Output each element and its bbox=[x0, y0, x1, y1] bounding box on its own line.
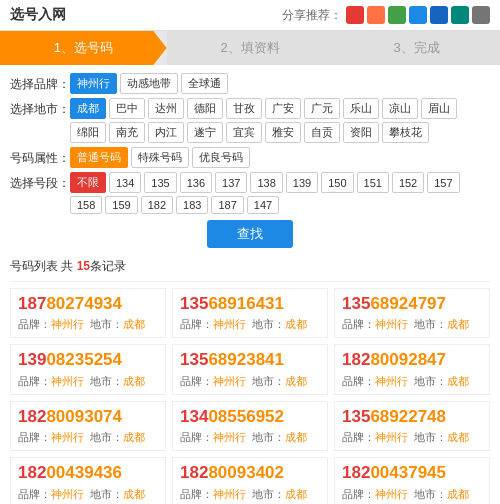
number-info: 品牌：神州行 地市：成都 bbox=[18, 430, 158, 445]
share-icon-weibo[interactable] bbox=[346, 6, 364, 24]
city-option[interactable]: 绵阳 bbox=[70, 122, 106, 143]
phone-number: 18280092847 bbox=[342, 350, 482, 370]
city-option[interactable]: 广安 bbox=[265, 98, 301, 119]
phone-number: 13908235254 bbox=[18, 350, 158, 370]
number-info: 品牌：神州行 地市：成都 bbox=[342, 430, 482, 445]
city-label: 选择地市： bbox=[10, 98, 70, 118]
tail-option[interactable]: 182 bbox=[141, 196, 173, 214]
header-title: 选号入网 bbox=[10, 6, 66, 24]
type-options: 普通号码特殊号码优良号码 bbox=[70, 147, 250, 168]
number-card[interactable]: 18200437945品牌：神州行 地市：成都 bbox=[334, 457, 490, 504]
tail-filter-row: 选择号段： 不限13413513613713813915015115215715… bbox=[10, 172, 490, 214]
tail-option[interactable]: 139 bbox=[286, 172, 318, 193]
type-option[interactable]: 优良号码 bbox=[192, 147, 250, 168]
number-info: 品牌：神州行 地市：成都 bbox=[342, 317, 482, 332]
number-card[interactable]: 13908235254品牌：神州行 地市：成都 bbox=[10, 344, 166, 394]
number-card[interactable]: 18280093074品牌：神州行 地市：成都 bbox=[10, 401, 166, 451]
tail-option[interactable]: 136 bbox=[180, 172, 212, 193]
type-label: 号码属性： bbox=[10, 147, 70, 167]
city-option[interactable]: 宜宾 bbox=[226, 122, 262, 143]
number-card[interactable]: 18780274934品牌：神州行 地市：成都 bbox=[10, 288, 166, 338]
step-2[interactable]: 2、填资料 bbox=[167, 31, 334, 65]
tail-label: 选择号段： bbox=[10, 172, 70, 192]
tail-option[interactable]: 138 bbox=[250, 172, 282, 193]
share-icon-douban[interactable] bbox=[451, 6, 469, 24]
number-card[interactable]: 13568922748品牌：神州行 地市：成都 bbox=[334, 401, 490, 451]
number-card[interactable]: 18280093402品牌：神州行 地市：成都 bbox=[172, 457, 328, 504]
type-filter-row: 号码属性： 普通号码特殊号码优良号码 bbox=[10, 147, 490, 168]
share-icon-qq[interactable] bbox=[367, 6, 385, 24]
main-content: 选择品牌： 神州行动感地带全球通 选择地市： 成都巴中达州德阳甘孜广安广元乐山凉… bbox=[0, 65, 500, 504]
tail-option[interactable]: 152 bbox=[392, 172, 424, 193]
city-option[interactable]: 攀枝花 bbox=[382, 122, 429, 143]
city-option[interactable]: 巴中 bbox=[109, 98, 145, 119]
number-info: 品牌：神州行 地市：成都 bbox=[18, 317, 158, 332]
header: 选号入网 分享推荐： bbox=[0, 0, 500, 31]
tail-option[interactable]: 134 bbox=[109, 172, 141, 193]
city-option[interactable]: 雅安 bbox=[265, 122, 301, 143]
type-option[interactable]: 普通号码 bbox=[70, 147, 128, 168]
city-option[interactable]: 甘孜 bbox=[226, 98, 262, 119]
tail-option[interactable]: 147 bbox=[247, 196, 279, 214]
result-header: 号码列表 共 15条记录 bbox=[10, 254, 490, 282]
phone-number: 18280093074 bbox=[18, 407, 158, 427]
number-card[interactable]: 18280092847品牌：神州行 地市：成都 bbox=[334, 344, 490, 394]
city-option[interactable]: 南充 bbox=[109, 122, 145, 143]
tail-option[interactable]: 187 bbox=[211, 196, 243, 214]
city-option[interactable]: 成都 bbox=[70, 98, 106, 119]
search-button[interactable]: 查找 bbox=[207, 220, 293, 248]
phone-number: 13568916431 bbox=[180, 294, 320, 314]
phone-number: 13568923841 bbox=[180, 350, 320, 370]
number-card[interactable]: 13568916431品牌：神州行 地市：成都 bbox=[172, 288, 328, 338]
number-info: 品牌：神州行 地市：成都 bbox=[18, 487, 158, 502]
phone-number: 18200439436 bbox=[18, 463, 158, 483]
number-info: 品牌：神州行 地市：成都 bbox=[342, 374, 482, 389]
tail-option[interactable]: 183 bbox=[176, 196, 208, 214]
city-option[interactable]: 自贡 bbox=[304, 122, 340, 143]
city-option[interactable]: 凉山 bbox=[382, 98, 418, 119]
city-option[interactable]: 达州 bbox=[148, 98, 184, 119]
step-3[interactable]: 3、完成 bbox=[333, 31, 500, 65]
phone-number: 18200437945 bbox=[342, 463, 482, 483]
city-filter-row: 选择地市： 成都巴中达州德阳甘孜广安广元乐山凉山眉山绵阳南充内江遂宁宜宾雅安自贡… bbox=[10, 98, 490, 143]
city-option[interactable]: 德阳 bbox=[187, 98, 223, 119]
number-info: 品牌：神州行 地市：成都 bbox=[18, 374, 158, 389]
number-card[interactable]: 13568924797品牌：神州行 地市：成都 bbox=[334, 288, 490, 338]
city-option[interactable]: 广元 bbox=[304, 98, 340, 119]
tail-option[interactable]: 159 bbox=[105, 196, 137, 214]
tail-option[interactable]: 137 bbox=[215, 172, 247, 193]
phone-number: 13568924797 bbox=[342, 294, 482, 314]
tail-option[interactable]: 不限 bbox=[70, 172, 106, 193]
share-icon-renren[interactable] bbox=[409, 6, 427, 24]
tail-option[interactable]: 150 bbox=[321, 172, 353, 193]
number-card[interactable]: 18200439436品牌：神州行 地市：成都 bbox=[10, 457, 166, 504]
city-options: 成都巴中达州德阳甘孜广安广元乐山凉山眉山绵阳南充内江遂宁宜宾雅安自贡资阳攀枝花 bbox=[70, 98, 490, 143]
step-1[interactable]: 1、选号码 bbox=[0, 31, 167, 65]
type-option[interactable]: 特殊号码 bbox=[131, 147, 189, 168]
share-icon-kaixin[interactable] bbox=[430, 6, 448, 24]
city-option[interactable]: 遂宁 bbox=[187, 122, 223, 143]
tail-option[interactable]: 151 bbox=[357, 172, 389, 193]
tail-option[interactable]: 158 bbox=[70, 196, 102, 214]
tail-option[interactable]: 157 bbox=[427, 172, 459, 193]
city-option[interactable]: 资阳 bbox=[343, 122, 379, 143]
brand-option[interactable]: 全球通 bbox=[181, 73, 228, 94]
tail-option[interactable]: 135 bbox=[144, 172, 176, 193]
number-info: 品牌：神州行 地市：成都 bbox=[180, 430, 320, 445]
share-icon-more[interactable] bbox=[472, 6, 490, 24]
phone-number: 18280093402 bbox=[180, 463, 320, 483]
brand-option[interactable]: 动感地带 bbox=[120, 73, 178, 94]
number-card[interactable]: 13568923841品牌：神州行 地市：成都 bbox=[172, 344, 328, 394]
city-option[interactable]: 眉山 bbox=[421, 98, 457, 119]
share-icons bbox=[346, 6, 490, 24]
tail-options: 不限13413513613713813915015115215715815918… bbox=[70, 172, 490, 214]
city-option[interactable]: 内江 bbox=[148, 122, 184, 143]
share-label: 分享推荐： bbox=[282, 7, 342, 24]
number-card[interactable]: 13408556952品牌：神州行 地市：成都 bbox=[172, 401, 328, 451]
brand-label: 选择品牌： bbox=[10, 73, 70, 93]
brand-options: 神州行动感地带全球通 bbox=[70, 73, 228, 94]
steps-bar: 1、选号码 2、填资料 3、完成 bbox=[0, 31, 500, 65]
share-icon-wechat[interactable] bbox=[388, 6, 406, 24]
city-option[interactable]: 乐山 bbox=[343, 98, 379, 119]
brand-option[interactable]: 神州行 bbox=[70, 73, 117, 94]
